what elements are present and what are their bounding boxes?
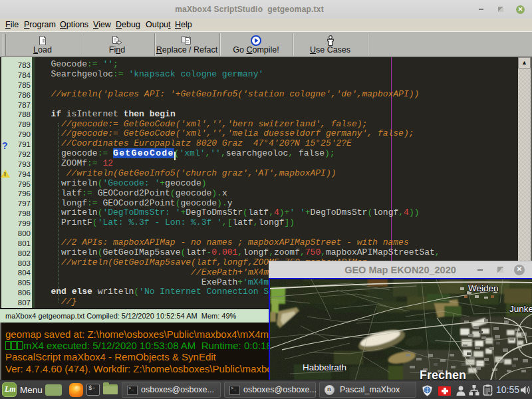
svg-text:Junkersdorf: Junkersdorf <box>509 304 532 314</box>
svg-text:Habbelrath: Habbelrath <box>303 362 346 372</box>
svg-text:Weiden: Weiden <box>468 283 499 293</box>
svg-text:Frechen: Frechen <box>420 368 466 380</box>
